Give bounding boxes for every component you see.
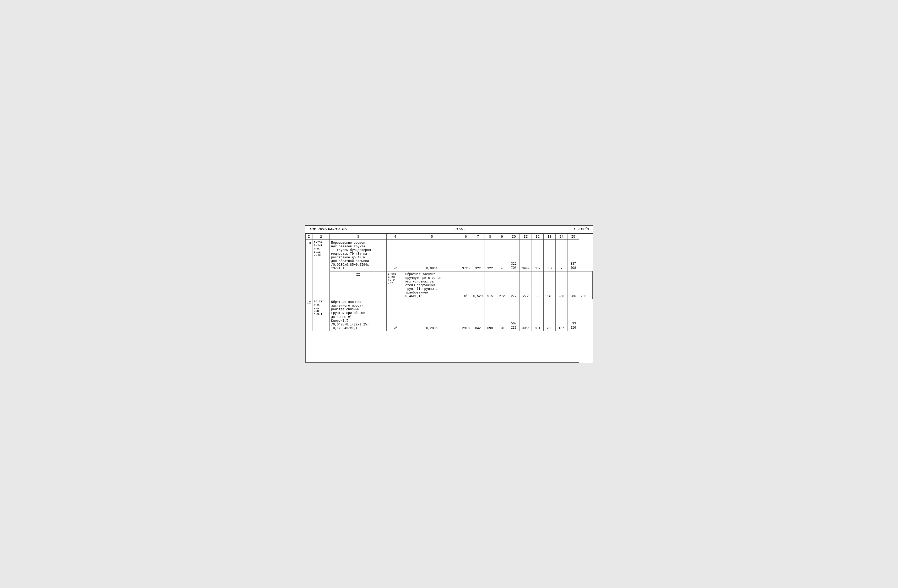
row2-col5: 0,529 xyxy=(472,271,484,299)
col-header-10: IO xyxy=(508,234,520,240)
table-row: IO I-234 I-24I тчп. I.II 3.48 Перемещени… xyxy=(306,240,593,272)
header-right: 9 203/8 xyxy=(572,227,589,232)
row1-col6: 3725 xyxy=(460,240,472,272)
row1-col14: - xyxy=(555,240,567,272)
row3-ref: 36-I3 тчп. 2.I ССЦ п.9-I xyxy=(312,299,329,331)
empty-row xyxy=(306,331,593,362)
row1-num: IO xyxy=(306,240,312,299)
row2-col14: 286 xyxy=(579,271,588,299)
col-header-5: 5 xyxy=(404,234,460,240)
header-row: ТПР 820-04-19.85 -150- 9 203/8 xyxy=(305,226,593,234)
table-row: II I-968 СНиП IУ-2- -82 Обратная засыпка… xyxy=(306,271,593,299)
row3-col14: I37 xyxy=(555,299,567,331)
main-table: I 2 3 4 5 6 7 8 9 IO II I2 I3 I4 I5 IO I… xyxy=(305,234,593,363)
row3-col10: 567III xyxy=(508,299,520,331)
row1-col7: 322 xyxy=(472,240,484,272)
row2-col11: 540 xyxy=(544,271,555,299)
row3-col8: 698 xyxy=(484,299,496,331)
header-center: -150- xyxy=(454,227,466,232)
row3-col5: 0,2885 xyxy=(404,299,460,331)
row2-col12: 286 xyxy=(555,271,567,299)
row2-desc: Обратная засыпкавручную при стеснен-ных … xyxy=(404,271,460,299)
row1-col11: 3900 xyxy=(520,240,532,272)
row1-unit: м3 xyxy=(386,240,404,272)
empty-cell xyxy=(306,331,579,362)
row3-col11: 3055 xyxy=(520,299,532,331)
col-header-11: II xyxy=(520,234,532,240)
row2-col6: 5I5 xyxy=(484,271,496,299)
row3-col13: 730 xyxy=(544,299,555,331)
row2-col10: - xyxy=(532,271,543,299)
row1-col9: - xyxy=(496,240,508,272)
row1-col13: 337 xyxy=(544,240,555,272)
table-row: I2 36-I3 тчп. 2.I ССЦ п.9-I Обратная зас… xyxy=(306,299,593,331)
col-header-8: 8 xyxy=(484,234,496,240)
row2-col9: 272 xyxy=(520,271,532,299)
row2-num: II xyxy=(330,271,386,299)
row2-col15: - xyxy=(587,271,592,299)
row3-col12: 88I xyxy=(532,299,543,331)
row1-col15: 337IO8 xyxy=(567,240,579,272)
row2-col7: 272 xyxy=(496,271,508,299)
col-header-1: I xyxy=(306,234,312,240)
col-header-12: I2 xyxy=(532,234,543,240)
row3-desc: Обратная засыпказастенного прост-ранства… xyxy=(330,299,386,331)
col-header-2: 2 xyxy=(312,234,329,240)
header-title: ТПР 820-04-19.85 xyxy=(309,227,347,232)
column-headers: I 2 3 4 5 6 7 8 9 IO II I2 I3 I4 I5 xyxy=(306,234,593,240)
row3-col7: 842 xyxy=(472,299,484,331)
col-header-15: I5 xyxy=(567,234,579,240)
col-header-6: 6 xyxy=(460,234,472,240)
row3-num: I2 xyxy=(306,299,312,331)
row2-col8: 272 xyxy=(508,271,520,299)
col-header-9: 9 xyxy=(496,234,508,240)
row1-ref: I-234 I-24I тчп. I.II 3.48 xyxy=(312,240,329,299)
row1-col5: 0,0864 xyxy=(404,240,460,272)
col-header-7: 7 xyxy=(472,234,484,240)
row2-col13: 286 xyxy=(567,271,579,299)
row3-col6: 29I8 xyxy=(460,299,472,331)
col-header-13: I3 xyxy=(544,234,555,240)
col-header-3: 3 xyxy=(330,234,386,240)
row3-unit: м3 xyxy=(386,299,404,331)
page-container: ТПР 820-04-19.85 -150- 9 203/8 I 2 3 4 5… xyxy=(305,225,593,363)
col-header-14: I4 xyxy=(555,234,567,240)
row1-desc: Перемещение времен-ных отвалов грунтаII … xyxy=(330,240,386,272)
row2-ref: I-968 СНиП IУ-2- -82 xyxy=(386,271,404,299)
row2-unit: м3 xyxy=(460,271,472,299)
row3-col9: I3I xyxy=(496,299,508,331)
col-header-4: 4 xyxy=(386,234,404,240)
row1-col12: 337 xyxy=(532,240,543,272)
row1-col10: 322IO8 xyxy=(508,240,520,272)
row3-col15: 593II6 xyxy=(567,299,579,331)
row1-col8: 322 xyxy=(484,240,496,272)
